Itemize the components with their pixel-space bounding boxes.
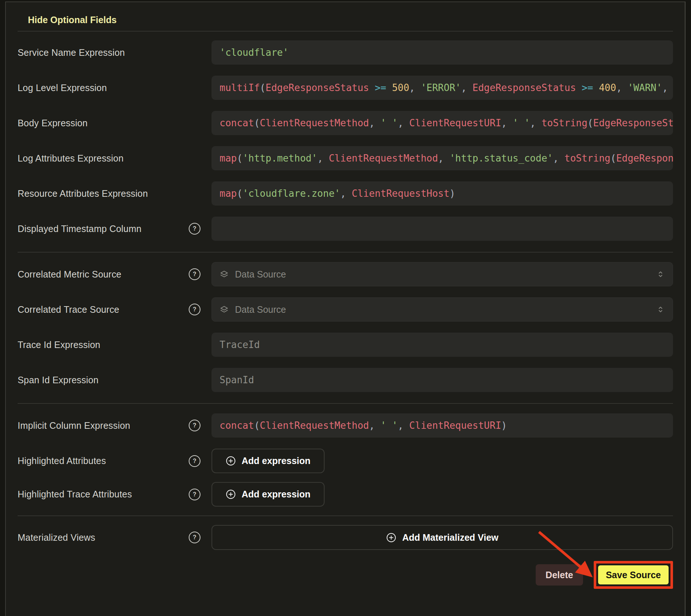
help-icon[interactable]: ? bbox=[189, 489, 200, 500]
correlated-trace-select[interactable]: Data Source bbox=[211, 297, 673, 322]
body-expression-input[interactable]: concat(ClientRequestMethod, ' ', ClientR… bbox=[211, 111, 673, 135]
chevron-updown-icon bbox=[656, 269, 665, 279]
field-row-implicit-column: Implicit Column Expression ? concat(Clie… bbox=[18, 413, 673, 438]
trace-id-input[interactable]: TraceId bbox=[211, 333, 673, 357]
optional-fields-header: Hide Optional Fields bbox=[18, 2, 673, 25]
help-icon[interactable]: ? bbox=[189, 420, 200, 431]
span-id-input[interactable]: SpanId bbox=[211, 368, 673, 392]
resource-attributes-label: Resource Attributes Expression bbox=[18, 188, 148, 199]
hide-optional-fields-link[interactable]: Hide Optional Fields bbox=[28, 15, 117, 25]
field-row-log-attributes: Log Attributes Expression map('http.meth… bbox=[18, 146, 673, 170]
divider bbox=[18, 252, 673, 253]
add-expression-button[interactable]: Add expression bbox=[211, 449, 325, 473]
log-attributes-label: Log Attributes Expression bbox=[18, 153, 124, 164]
delete-button[interactable]: Delete bbox=[536, 564, 583, 586]
body-expression-label: Body Expression bbox=[18, 118, 88, 128]
field-row-displayed-timestamp: Displayed Timestamp Column ? bbox=[18, 217, 673, 241]
correlated-metric-select[interactable]: Data Source bbox=[211, 262, 673, 286]
materialized-views-label: Materialized Views bbox=[18, 532, 95, 543]
stack-icon bbox=[219, 305, 229, 315]
displayed-timestamp-input[interactable] bbox=[211, 217, 673, 241]
highlighted-attributes-label: Highlighted Attributes bbox=[18, 456, 106, 466]
field-row-correlated-trace: Correlated Trace Source ? Data Source bbox=[18, 297, 673, 322]
displayed-timestamp-label: Displayed Timestamp Column bbox=[18, 224, 141, 234]
field-row-resource-attributes: Resource Attributes Expression map('clou… bbox=[18, 181, 673, 206]
trace-id-label: Trace Id Expression bbox=[18, 340, 100, 350]
log-level-input[interactable]: multiIf(EdgeResponseStatus >= 500, 'ERRO… bbox=[211, 76, 673, 100]
log-level-label: Log Level Expression bbox=[18, 83, 107, 93]
implicit-column-label: Implicit Column Expression bbox=[18, 420, 130, 431]
help-icon[interactable]: ? bbox=[189, 455, 200, 467]
service-name-input[interactable]: 'cloudflare' bbox=[211, 40, 673, 65]
resource-attributes-input[interactable]: map('cloudflare.zone', ClientRequestHost… bbox=[211, 181, 673, 206]
correlated-trace-placeholder: Data Source bbox=[235, 304, 286, 315]
add-expression-button[interactable]: Add expression bbox=[211, 482, 325, 507]
field-row-span-id: Span Id Expression SpanId bbox=[18, 368, 673, 392]
field-row-service-name: Service Name Expression 'cloudflare' bbox=[18, 40, 673, 65]
help-icon[interactable]: ? bbox=[189, 532, 200, 543]
field-row-highlighted-trace-attributes: Highlighted Trace Attributes ? Add expre… bbox=[18, 482, 673, 507]
highlighted-trace-attributes-label: Highlighted Trace Attributes bbox=[18, 489, 132, 500]
chevron-updown-icon bbox=[656, 305, 665, 314]
plus-circle-icon bbox=[225, 456, 236, 466]
add-materialized-view-button[interactable]: Add Materialized View bbox=[211, 525, 673, 550]
correlated-metric-label: Correlated Metric Source bbox=[18, 269, 122, 280]
field-row-materialized-views: Materialized Views ? Add Materialized Vi… bbox=[18, 525, 673, 550]
correlated-metric-placeholder: Data Source bbox=[235, 269, 286, 280]
field-row-correlated-metric: Correlated Metric Source ? Data Source bbox=[18, 262, 673, 286]
divider bbox=[18, 403, 673, 404]
help-icon[interactable]: ? bbox=[189, 304, 200, 315]
field-row-log-level: Log Level Expression multiIf(EdgeRespons… bbox=[18, 76, 673, 100]
correlated-trace-label: Correlated Trace Source bbox=[18, 304, 119, 315]
plus-circle-icon bbox=[225, 489, 236, 500]
source-form-panel: Hide Optional Fields Service Name Expres… bbox=[5, 1, 685, 616]
log-attributes-input[interactable]: map('http.method', ClientRequestMethod, … bbox=[211, 146, 673, 170]
help-icon[interactable]: ? bbox=[189, 223, 200, 235]
field-row-trace-id: Trace Id Expression TraceId bbox=[18, 333, 673, 357]
form-footer: Delete Save Source bbox=[18, 561, 673, 589]
service-name-label: Service Name Expression bbox=[18, 47, 125, 58]
save-source-button[interactable]: Save Source bbox=[598, 565, 669, 584]
plus-circle-icon bbox=[386, 532, 397, 543]
save-source-highlight: Save Source bbox=[594, 561, 673, 589]
stack-icon bbox=[219, 269, 229, 279]
divider bbox=[18, 515, 673, 516]
field-row-highlighted-attributes: Highlighted Attributes ? Add expression bbox=[18, 449, 673, 473]
span-id-label: Span Id Expression bbox=[18, 375, 98, 385]
implicit-column-input[interactable]: concat(ClientRequestMethod, ' ', ClientR… bbox=[211, 413, 673, 438]
help-icon[interactable]: ? bbox=[189, 268, 200, 280]
field-row-body: Body Expression concat(ClientRequestMeth… bbox=[18, 111, 673, 135]
divider bbox=[18, 31, 673, 32]
